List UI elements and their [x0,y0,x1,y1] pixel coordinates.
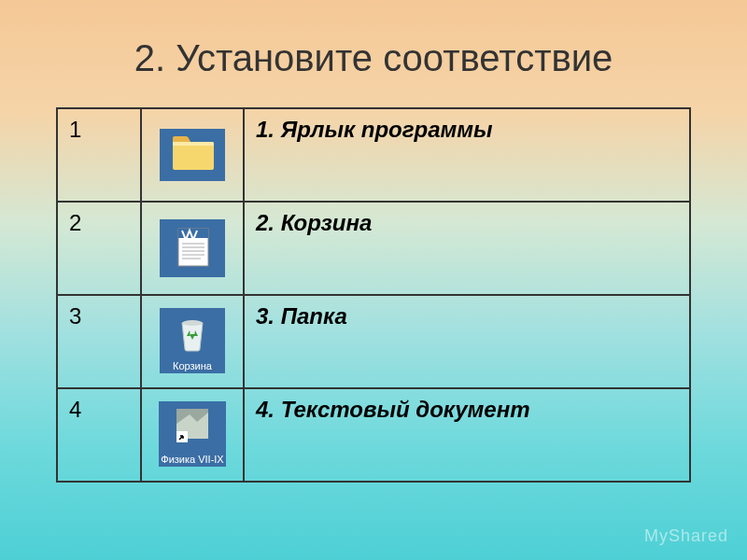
slide-title: 2. Установите соответствие [56,37,691,79]
icon-cell [141,108,244,202]
table-row: 1 1. Ярлык программы [57,108,690,202]
icon-caption: Корзина [162,360,223,371]
row-number: 1 [57,108,141,202]
row-description: 2. Корзина [244,202,690,295]
recycle-icon: Корзина [160,308,225,373]
row-number: 4 [57,388,141,482]
icon-cell: Физика VII-IX [141,388,244,482]
table-row: 2 2. Корзина [57,202,690,295]
word-icon [160,219,225,277]
icon-caption: Физика VII-IX [161,454,223,465]
icon-cell [141,202,244,295]
slide: 2. Установите соответствие 1 1. Ярлык пр… [0,0,747,520]
svg-point-7 [182,320,203,326]
row-number: 3 [57,295,141,388]
table-row: 4 Физика VII-IX 4. Текстовый документ [57,388,690,482]
row-description: 1. Ярлык программы [244,108,690,202]
matching-table: 1 1. Ярлык программы 2 [56,107,691,483]
folder-icon [160,129,225,181]
watermark: MyShared [644,526,728,546]
row-description: 3. Папка [244,295,690,388]
table-row: 3 Корзина 3. Папка [57,295,690,388]
row-number: 2 [57,202,141,295]
shortcut-icon: Физика VII-IX [159,401,225,467]
icon-cell: Корзина [141,295,244,388]
row-description: 4. Текстовый документ [244,388,690,482]
